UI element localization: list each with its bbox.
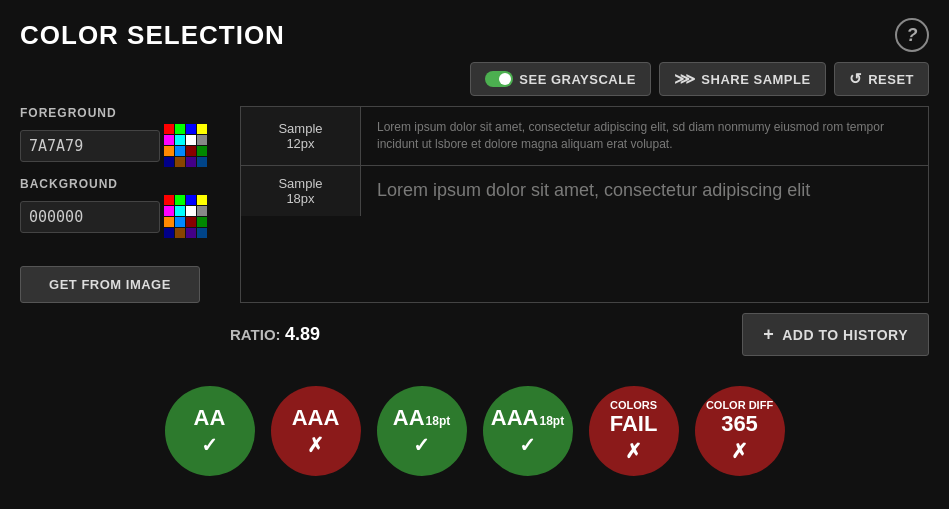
- color-swatch[interactable]: [197, 195, 207, 205]
- color-swatch[interactable]: [175, 206, 185, 216]
- toggle-icon: [485, 71, 513, 87]
- reset-button[interactable]: ↺ RESET: [834, 62, 929, 96]
- preview-label-18px: Sample 18px: [241, 166, 361, 216]
- color-swatch[interactable]: [175, 124, 185, 134]
- preview-text-18px: Lorem ipsum dolor sit amet, consectetur …: [361, 166, 928, 216]
- sample-size-12px: 12px: [286, 136, 314, 151]
- background-swatches[interactable]: [164, 195, 207, 238]
- reset-icon: ↺: [849, 70, 863, 88]
- sample-label-12px: Sample: [278, 121, 322, 136]
- color-swatch[interactable]: [186, 195, 196, 205]
- color-swatch[interactable]: [197, 135, 207, 145]
- foreground-input-row: [20, 124, 230, 167]
- badge-sup-label: 18pt: [539, 414, 564, 428]
- color-swatch[interactable]: [197, 146, 207, 156]
- color-swatch[interactable]: [175, 146, 185, 156]
- header: COLOR SELECTION ?: [0, 0, 949, 62]
- badge-result-icon: ✓: [201, 433, 218, 457]
- background-input-row: [20, 195, 230, 238]
- badge-main-label: AA: [393, 405, 425, 431]
- color-swatch[interactable]: [197, 206, 207, 216]
- color-swatch[interactable]: [197, 217, 207, 227]
- color-swatch[interactable]: [197, 157, 207, 167]
- foreground-swatches[interactable]: [164, 124, 207, 167]
- badge-result-icon: ✗: [625, 439, 642, 463]
- share-label: SHARE SAMPLE: [701, 72, 810, 87]
- badge-main-label: AAA: [491, 405, 539, 431]
- color-swatch[interactable]: [186, 228, 196, 238]
- share-button[interactable]: ⋙ SHARE SAMPLE: [659, 62, 826, 96]
- color-swatch[interactable]: [164, 206, 174, 216]
- badge-main-label: FAIL: [610, 411, 658, 437]
- ratio-display: RATIO: 4.89: [230, 324, 320, 345]
- preview-row-12px: Sample 12px Lorem ipsum dolor sit amet, …: [241, 107, 928, 166]
- color-swatch[interactable]: [186, 146, 196, 156]
- badge-result-icon: ✗: [307, 433, 324, 457]
- grayscale-label: SEE GRAYSCALE: [519, 72, 636, 87]
- left-panel: FOREGROUND BACKGROUND GET FROM IMAGE: [20, 106, 230, 303]
- badge-color-diff: COLOR DIFF365✗: [695, 386, 785, 476]
- badge-sub-label: COLORS: [610, 400, 657, 411]
- preview-text-12px: Lorem ipsum dolor sit amet, consectetur …: [361, 107, 928, 165]
- grayscale-button[interactable]: SEE GRAYSCALE: [470, 62, 651, 96]
- page-title: COLOR SELECTION: [20, 20, 285, 51]
- help-icon[interactable]: ?: [895, 18, 929, 52]
- badges-row: AA✓AAA✗AA18pt✓AAA18pt✓COLORSFAIL✗COLOR D…: [0, 366, 949, 486]
- color-swatch[interactable]: [175, 135, 185, 145]
- badge-label-row: 365: [721, 411, 758, 437]
- badge-label-row: AAA18pt: [491, 405, 564, 431]
- color-swatch[interactable]: [186, 135, 196, 145]
- color-swatch[interactable]: [175, 228, 185, 238]
- badge-label-row: FAIL: [610, 411, 658, 437]
- main-area: FOREGROUND BACKGROUND GET FROM IMAGE Sam…: [0, 106, 949, 303]
- add-to-history-button[interactable]: + ADD TO HISTORY: [742, 313, 929, 356]
- foreground-input[interactable]: [20, 130, 160, 162]
- badge-main-label: 365: [721, 411, 758, 437]
- color-swatch[interactable]: [164, 195, 174, 205]
- badge-label-row: AAA: [292, 405, 340, 431]
- preview-text-large: Lorem ipsum dolor sit amet, consectetur …: [377, 180, 810, 201]
- background-input[interactable]: [20, 201, 160, 233]
- badge-aaa: AAA✗: [271, 386, 361, 476]
- color-swatch[interactable]: [164, 124, 174, 134]
- color-swatch[interactable]: [175, 195, 185, 205]
- badge-label-row: AA18pt: [393, 405, 450, 431]
- badge-result-icon: ✗: [731, 439, 748, 463]
- preview-label-12px: Sample 12px: [241, 107, 361, 165]
- preview-panel: Sample 12px Lorem ipsum dolor sit amet, …: [240, 106, 929, 303]
- ratio-bar: RATIO: 4.89 + ADD TO HISTORY: [0, 303, 949, 366]
- sample-label-18px: Sample: [278, 176, 322, 191]
- add-to-history-label: ADD TO HISTORY: [782, 327, 908, 343]
- background-field: BACKGROUND: [20, 177, 230, 238]
- color-swatch[interactable]: [164, 146, 174, 156]
- badge-label-row: AA: [194, 405, 226, 431]
- background-label: BACKGROUND: [20, 177, 230, 191]
- plus-icon: +: [763, 324, 774, 345]
- color-swatch[interactable]: [164, 217, 174, 227]
- color-swatch[interactable]: [164, 135, 174, 145]
- color-swatch[interactable]: [186, 157, 196, 167]
- color-swatch[interactable]: [186, 217, 196, 227]
- share-icon: ⋙: [674, 70, 696, 88]
- badge-main-label: AAA: [292, 405, 340, 431]
- badge-sup-label: 18pt: [426, 414, 451, 428]
- color-swatch[interactable]: [197, 228, 207, 238]
- badge-colors-fail: COLORSFAIL✗: [589, 386, 679, 476]
- badge-aa: AA✓: [165, 386, 255, 476]
- foreground-field: FOREGROUND: [20, 106, 230, 167]
- color-swatch[interactable]: [164, 228, 174, 238]
- color-swatch[interactable]: [175, 217, 185, 227]
- sample-size-18px: 18px: [286, 191, 314, 206]
- foreground-label: FOREGROUND: [20, 106, 230, 120]
- toolbar: SEE GRAYSCALE ⋙ SHARE SAMPLE ↺ RESET: [0, 62, 949, 106]
- color-swatch[interactable]: [186, 124, 196, 134]
- badge-aaa18: AAA18pt✓: [483, 386, 573, 476]
- ratio-label: RATIO:: [230, 326, 281, 343]
- badge-main-label: AA: [194, 405, 226, 431]
- badge-sub-label: COLOR DIFF: [706, 400, 773, 411]
- color-swatch[interactable]: [186, 206, 196, 216]
- color-swatch[interactable]: [164, 157, 174, 167]
- color-swatch[interactable]: [175, 157, 185, 167]
- get-from-image-button[interactable]: GET FROM IMAGE: [20, 266, 200, 303]
- color-swatch[interactable]: [197, 124, 207, 134]
